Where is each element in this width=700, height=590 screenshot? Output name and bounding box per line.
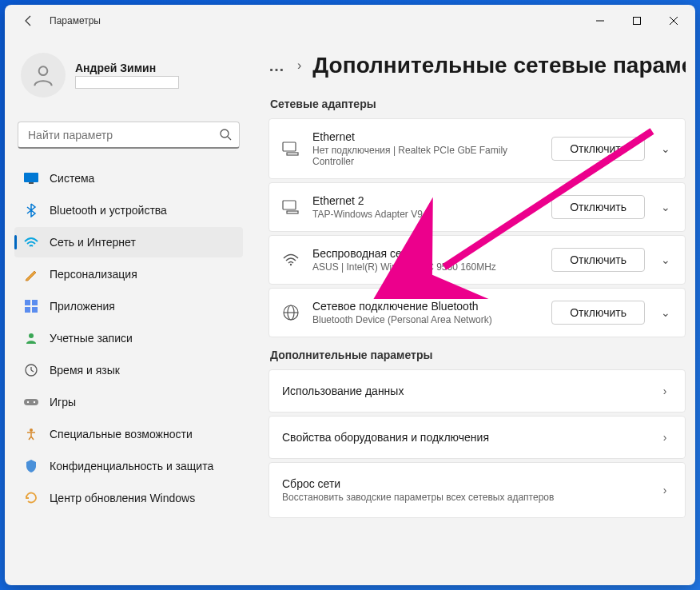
- sidebar-item-gaming[interactable]: Игры: [14, 387, 243, 417]
- accessibility-icon: [24, 427, 38, 441]
- sidebar-item-label: Bluetooth и устройства: [50, 204, 167, 217]
- adapter-body: Сетевое подключение Bluetooth Bluetooth …: [312, 300, 539, 325]
- titlebar: Параметры: [5, 5, 695, 37]
- disable-button[interactable]: Отключить: [551, 195, 645, 219]
- adapter-card-bluetooth: Сетевое подключение Bluetooth Bluetooth …: [268, 288, 686, 337]
- breadcrumb-dots[interactable]: …: [268, 57, 286, 75]
- minimize-button[interactable]: [582, 8, 618, 34]
- disable-button[interactable]: Отключить: [551, 137, 645, 161]
- adapter-sub: Нет подключения | Realtek PCIe GbE Famil…: [312, 145, 539, 167]
- link-data-usage[interactable]: Использование данных ›: [268, 369, 686, 413]
- svg-rect-12: [32, 307, 38, 313]
- ethernet-icon: [282, 140, 300, 157]
- profile-name: Андрей Зимин: [75, 62, 179, 74]
- back-button[interactable]: [21, 13, 37, 29]
- link-title: Сброс сети: [282, 477, 658, 490]
- profile-email: [75, 76, 179, 89]
- sidebar-item-label: Учетные записи: [50, 332, 133, 345]
- svg-point-4: [39, 66, 48, 75]
- titlebar-left: Параметры: [8, 13, 101, 29]
- svg-rect-23: [283, 201, 296, 209]
- link-sub: Восстановить заводские параметры всех се…: [282, 492, 658, 503]
- chevron-right-icon: ›: [297, 58, 301, 73]
- section-additional-header: Дополнительные параметры: [270, 349, 686, 361]
- svg-rect-8: [29, 182, 34, 184]
- window-controls: [582, 8, 692, 34]
- adapter-sub: TAP-Windows Adapter V9: [312, 209, 539, 220]
- sidebar-item-label: Время и язык: [50, 364, 120, 377]
- apps-icon: [24, 299, 38, 313]
- bluetooth-network-icon: [282, 304, 300, 321]
- link-body: Использование данных: [282, 385, 658, 397]
- sidebar-item-time[interactable]: Время и язык: [14, 355, 243, 385]
- link-network-reset[interactable]: Сброс сети Восстановить заводские параме…: [268, 462, 686, 518]
- svg-point-20: [30, 429, 33, 432]
- disable-button[interactable]: Отключить: [551, 248, 645, 272]
- chevron-down-icon[interactable]: ⌄: [658, 253, 672, 266]
- window-title: Параметры: [50, 15, 101, 26]
- adapter-title: Ethernet 2: [312, 194, 539, 207]
- link-title: Свойства оборудования и подключения: [282, 431, 658, 444]
- nav: Система Bluetooth и устройства Сеть и Ин…: [14, 163, 243, 513]
- sidebar-item-system[interactable]: Система: [14, 163, 243, 193]
- sidebar-item-update[interactable]: Центр обновления Windows: [14, 483, 243, 513]
- adapter-sub: ASUS | Intel(R) Wireless-AC 9560 160MHz: [312, 261, 539, 273]
- sidebar-item-label: Приложения: [50, 300, 115, 313]
- svg-line-16: [31, 370, 34, 372]
- search-box: [18, 122, 240, 149]
- svg-line-6: [228, 137, 231, 140]
- content: Андрей Зимин Система Bluetooth и устройс…: [5, 37, 695, 585]
- adapter-title: Ethernet: [312, 130, 539, 143]
- svg-rect-11: [25, 307, 30, 313]
- svg-point-13: [29, 333, 34, 338]
- adapter-card-ethernet: Ethernet Нет подключения | Realtek PCIe …: [268, 118, 686, 179]
- system-icon: [24, 171, 38, 185]
- profile-block[interactable]: Андрей Зимин: [14, 37, 243, 107]
- close-button[interactable]: [655, 8, 692, 34]
- sidebar-item-bluetooth[interactable]: Bluetooth и устройства: [14, 195, 243, 225]
- sidebar-item-personalize[interactable]: Персонализация: [14, 259, 243, 289]
- bluetooth-icon: [24, 203, 38, 217]
- adapter-card-wireless: Беспроводная сеть ASUS | Intel(R) Wirele…: [268, 235, 686, 285]
- sidebar-item-label: Сеть и Интернет: [50, 236, 136, 249]
- chevron-right-icon: ›: [658, 484, 672, 496]
- sidebar-item-accessibility[interactable]: Специальные возможности: [14, 419, 243, 449]
- sidebar-item-network[interactable]: Сеть и Интернет: [14, 227, 243, 257]
- svg-point-19: [34, 401, 35, 403]
- adapter-card-ethernet2: Ethernet 2 TAP-Windows Adapter V9 Отключ…: [268, 182, 686, 232]
- disable-button[interactable]: Отключить: [551, 301, 645, 325]
- adapter-sub: Bluetooth Device (Personal Area Network): [312, 314, 539, 325]
- chevron-right-icon: ›: [658, 431, 672, 444]
- main-panel: … › Дополнительные сетевые параметры Сет…: [253, 37, 695, 585]
- maximize-button[interactable]: [618, 8, 655, 34]
- svg-rect-22: [287, 153, 298, 155]
- privacy-icon: [24, 459, 38, 473]
- sidebar-item-label: Специальные возможности: [50, 428, 193, 441]
- adapter-title: Беспроводная сеть: [312, 247, 539, 260]
- svg-point-5: [221, 130, 229, 138]
- sidebar-item-label: Персонализация: [50, 268, 137, 281]
- sidebar-item-accounts[interactable]: Учетные записи: [14, 323, 243, 353]
- personalize-icon: [24, 267, 38, 281]
- avatar: [21, 53, 66, 98]
- link-hardware-props[interactable]: Свойства оборудования и подключения ›: [268, 416, 686, 459]
- sidebar-item-apps[interactable]: Приложения: [14, 291, 243, 321]
- svg-rect-1: [634, 18, 641, 25]
- svg-rect-24: [287, 211, 298, 213]
- link-title: Использование данных: [282, 385, 658, 397]
- sidebar-item-label: Игры: [50, 396, 76, 409]
- adapter-body: Беспроводная сеть ASUS | Intel(R) Wirele…: [312, 247, 539, 273]
- svg-rect-17: [24, 399, 38, 405]
- adapter-body: Ethernet Нет подключения | Realtek PCIe …: [312, 130, 539, 167]
- adapter-title: Сетевое подключение Bluetooth: [312, 300, 539, 313]
- svg-rect-7: [24, 173, 38, 182]
- section-adapters-header: Сетевые адаптеры: [270, 98, 686, 110]
- search-icon: [219, 128, 232, 144]
- search-input[interactable]: [18, 122, 240, 149]
- chevron-down-icon[interactable]: ⌄: [658, 306, 672, 319]
- sidebar-item-privacy[interactable]: Конфиденциальность и защита: [14, 451, 243, 481]
- chevron-down-icon[interactable]: ⌄: [658, 201, 672, 213]
- chevron-down-icon[interactable]: ⌄: [658, 142, 672, 155]
- adapter-body: Ethernet 2 TAP-Windows Adapter V9: [312, 194, 539, 220]
- svg-rect-10: [32, 300, 38, 305]
